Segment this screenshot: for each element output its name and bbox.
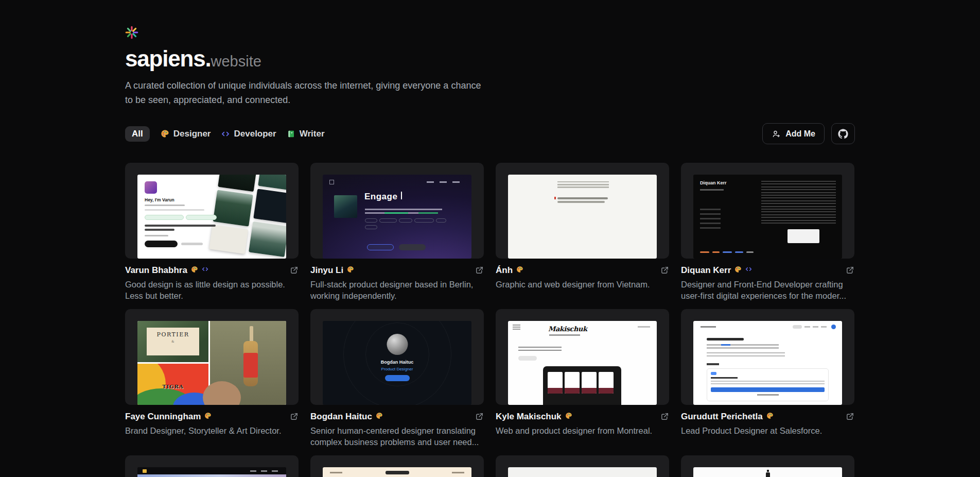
profile-description: Designer and Front-End Developer craftin… <box>681 279 854 301</box>
profile-cell-partial-3 <box>496 455 669 477</box>
thumbnail-avatar <box>387 334 408 355</box>
external-link-icon[interactable] <box>846 412 854 421</box>
thumbnail-diquan-kerr: Diquan Kerr <box>693 175 842 259</box>
toolbar: All Designer Developer <box>125 123 855 144</box>
profile-meta: Kyle Makischuk Web and product designer … <box>496 411 669 436</box>
external-link-icon[interactable] <box>660 266 669 275</box>
external-link-icon[interactable] <box>660 412 669 421</box>
profile-card-jinyu-li[interactable]: Engage <box>310 163 484 259</box>
thumbnail-kyle-makischuk: Makischuk <box>508 321 657 405</box>
profile-card-partial-4[interactable] <box>681 455 854 477</box>
designer-badge-icon <box>347 266 354 273</box>
thumbnail-avatar <box>145 181 157 194</box>
tab-developer[interactable]: Developer <box>221 129 276 139</box>
profile-name: Bogdan Haituc <box>310 411 372 422</box>
thumbnail-nav-dot <box>831 325 836 329</box>
sapiens-page: { "header": { "title": "sapiens.", "titl… <box>0 0 980 477</box>
thumbnail-showcase-panel <box>543 366 621 405</box>
profile-cell-kyle-makischuk: Makischuk Kyle Makischuk Web and produ <box>496 309 669 448</box>
palette-icon <box>161 129 169 138</box>
thumbnail-partial-1 <box>137 467 286 477</box>
profile-description: Graphic and web designer from Vietnam. <box>496 279 669 290</box>
profile-card-partial-3[interactable] <box>496 455 669 477</box>
thumbnail-anh <box>508 175 657 259</box>
profile-card-partial-2[interactable] <box>310 455 484 477</box>
profile-meta: Jinyu Li Full-stack product designer bas… <box>310 265 484 301</box>
tab-developer-label: Developer <box>234 129 276 139</box>
profile-description: Full-stack product designer based in Ber… <box>310 279 484 301</box>
title-bold: sapiens. <box>125 46 211 71</box>
designer-badge-icon <box>204 412 212 419</box>
tab-writer-label: Writer <box>300 129 325 139</box>
profile-card-gurudutt-perichetla[interactable] <box>681 309 854 405</box>
tab-designer-label: Designer <box>173 129 211 139</box>
profile-cell-anh: Ánh Graphic and web designer from Vietna… <box>496 163 669 301</box>
designer-badge-icon <box>376 412 383 419</box>
profile-name: Faye Cunningham <box>125 411 201 422</box>
thumbnail-title: Diquan Kerr <box>700 180 727 185</box>
thumbnail-partial-2 <box>323 467 471 477</box>
profile-card-partial-1[interactable] <box>125 455 299 477</box>
thumbnail-jinyu-li: Engage <box>323 175 471 259</box>
profile-card-varun-bhabhra[interactable]: Hey, I'm Varun <box>125 163 299 259</box>
profile-card-faye-cunningham[interactable]: PORTIER & TIGRA <box>125 309 299 405</box>
thumbnail-brand-tigra: TIGRA <box>162 384 184 389</box>
thumbnail-bogdan-haituc: Bogdan Haituc Product Designer <box>323 321 471 405</box>
filter-tabs: All Designer Developer <box>125 126 325 142</box>
code-icon <box>221 130 230 138</box>
toolbar-actions: Add Me <box>762 123 855 144</box>
external-link-icon[interactable] <box>475 412 484 421</box>
thumbnail-tigra-tile: TIGRA <box>137 364 208 405</box>
sapiens-asterisk-icon <box>125 26 138 39</box>
thumbnail-bottle-photo <box>210 321 286 405</box>
tab-all[interactable]: All <box>125 126 150 142</box>
profile-cell-partial-4 <box>681 455 854 477</box>
external-link-icon[interactable] <box>290 412 299 421</box>
tab-designer[interactable]: Designer <box>161 129 211 139</box>
profile-meta: Ánh Graphic and web designer from Vietna… <box>496 265 669 290</box>
tab-writer[interactable]: Writer <box>287 129 325 139</box>
profile-card-bogdan-haituc[interactable]: Bogdan Haituc Product Designer <box>310 309 484 405</box>
profile-cell-jinyu-li: Engage Jinyu Li Full-stack product desig… <box>310 163 484 301</box>
thumbnail-heading: Hey, I'm Varun <box>145 197 217 202</box>
thumbnail-image-block <box>787 229 819 243</box>
thumbnail-role: Product Designer <box>323 367 471 371</box>
profile-card-kyle-makischuk[interactable]: Makischuk <box>496 309 669 405</box>
thumbnail-blue-button <box>711 387 825 392</box>
profile-cell-faye-cunningham: PORTIER & TIGRA Faye Cunn <box>125 309 299 448</box>
profile-cell-partial-2 <box>310 455 484 477</box>
external-link-icon[interactable] <box>846 266 854 275</box>
profile-description: Lead Product Designer at Salesforce. <box>681 425 854 436</box>
tab-all-label: All <box>132 129 143 139</box>
profile-name: Kyle Makischuk <box>496 411 562 422</box>
profile-cell-gurudutt-perichetla: Gurudutt Perichetla Lead Product Designe… <box>681 309 854 448</box>
profile-meta: Bogdan Haituc Senior human-centered desi… <box>310 411 484 448</box>
person-plus-icon <box>772 129 781 139</box>
profiles-grid: Hey, I'm Varun Varun Bhabhra <box>125 163 855 477</box>
profile-name: Ánh <box>496 265 513 276</box>
profile-name: Diquan Kerr <box>681 265 731 276</box>
profile-meta: Diquan Kerr Designer and Front-End Devel… <box>681 265 854 301</box>
thumbnail-faye-cunningham: PORTIER & TIGRA <box>137 321 286 405</box>
profile-card-diquan-kerr[interactable]: Diquan Kerr <box>681 163 854 259</box>
book-icon <box>287 130 295 138</box>
thumbnail-brand-portier: PORTIER <box>147 331 199 338</box>
external-link-icon[interactable] <box>290 266 299 275</box>
thumbnail-gurudutt-perichetla <box>693 321 842 405</box>
profile-card-anh[interactable] <box>496 163 669 259</box>
thumbnail-brand: Makischuk <box>548 325 587 333</box>
profile-cell-diquan-kerr: Diquan Kerr Diquan Kerr D <box>681 163 854 301</box>
add-me-button[interactable]: Add Me <box>762 123 825 144</box>
profile-meta: Faye Cunningham Brand Designer, Storytel… <box>125 411 299 436</box>
site-description: A curated collection of unique individua… <box>125 78 485 107</box>
github-button[interactable] <box>831 123 855 144</box>
thumbnail-name: Bogdan Haituc <box>323 360 471 365</box>
profile-cell-partial-1 <box>125 455 299 477</box>
thumbnail-cta-button <box>385 375 410 381</box>
designer-badge-icon <box>565 412 572 419</box>
github-icon <box>838 129 848 139</box>
thumbnail-portier-tile: PORTIER & <box>137 321 208 362</box>
profile-cell-bogdan-haituc: Bogdan Haituc Product Designer Bogdan Ha… <box>310 309 484 448</box>
external-link-icon[interactable] <box>475 266 484 275</box>
profile-description: Good design is as little design as possi… <box>125 279 299 301</box>
